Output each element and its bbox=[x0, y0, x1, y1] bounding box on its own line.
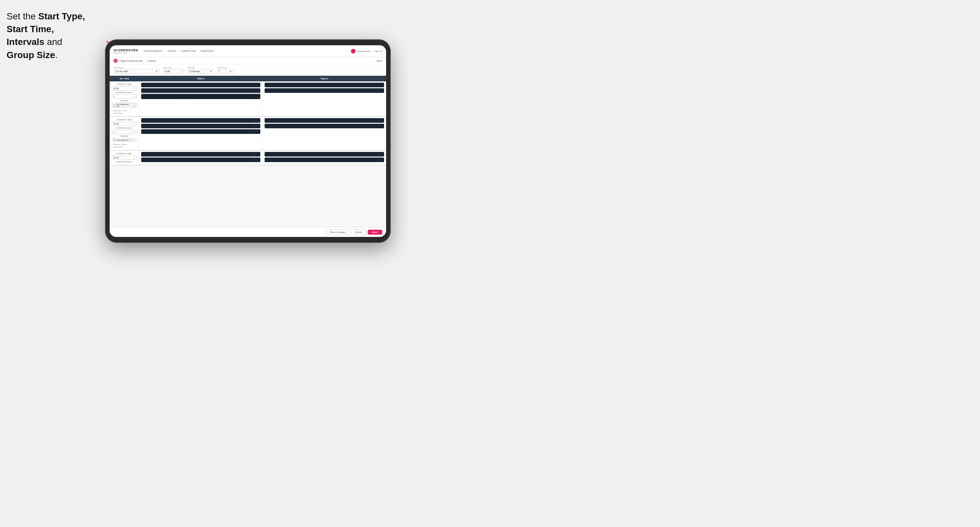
player-edit-icon[interactable]: ○ bbox=[381, 153, 382, 156]
player-row: ✕ ○ bbox=[265, 118, 384, 123]
player-row: ✕ ○ bbox=[265, 152, 384, 157]
player-edit-icon[interactable]: ○ bbox=[257, 153, 258, 156]
player-x-icon[interactable]: ✕ bbox=[254, 119, 256, 122]
player-edit-icon[interactable]: ○ bbox=[257, 130, 258, 133]
player-x-icon[interactable]: ✕ bbox=[254, 159, 256, 161]
start-time-input[interactable]: 10:00 ⏱ bbox=[163, 69, 184, 73]
nav-teams[interactable]: TEAMS bbox=[167, 49, 176, 53]
navigation-bar: SCOREBOARD Powered by clippd TOURNAMENTS… bbox=[110, 45, 386, 57]
add-group-btn-1[interactable]: + Add Group bbox=[111, 112, 137, 114]
starting-time-label-2: STARTING TIME: bbox=[111, 119, 137, 121]
player-row: ✕ ○ bbox=[141, 157, 260, 162]
nav-committee[interactable]: COMMITTEE bbox=[181, 49, 196, 53]
player-x-icon[interactable]: ✕ bbox=[254, 153, 256, 156]
clippd-logo: C bbox=[114, 59, 118, 63]
player-edit-icon[interactable]: ○ bbox=[257, 84, 258, 86]
logo-sub: Powered by clippd bbox=[114, 52, 138, 54]
player-edit-icon[interactable]: ○ bbox=[257, 125, 258, 127]
schedule-table: Tee Time Team 1 Team 2 STARTING TIME: 10… bbox=[110, 76, 386, 227]
clock-icon: ⏱ bbox=[181, 70, 183, 73]
player-x-icon[interactable]: ✕ bbox=[377, 153, 380, 156]
user-email: blair@clippd.io bbox=[358, 50, 370, 52]
add-group-btn-2[interactable]: + Add Group bbox=[111, 146, 137, 148]
bottom-bar: Reset Changes Cancel Save bbox=[110, 227, 386, 237]
start-type-select[interactable]: 1st Tee Start Shotgun bbox=[114, 69, 159, 73]
player-row: ✕ ○ bbox=[141, 83, 260, 87]
reset-button[interactable]: Reset Changes bbox=[326, 229, 349, 235]
player-edit-icon[interactable]: ○ bbox=[381, 159, 382, 161]
team1-col-3: ✕ ○ ✕ ○ bbox=[139, 151, 262, 165]
table-header: Tee Time Team 1 Team 2 bbox=[110, 76, 386, 81]
player-x-icon[interactable]: ✕ bbox=[377, 84, 380, 86]
time-clock-icon-1: ⏱ bbox=[133, 87, 135, 90]
group-size-select[interactable]: 2 3 4 bbox=[217, 69, 234, 73]
group-size-group: Group Size 2 3 4 bbox=[217, 67, 234, 73]
player-row: ✕ ○ bbox=[265, 88, 384, 93]
player-x-icon[interactable]: ✕ bbox=[254, 89, 256, 92]
header-tee-time: Tee Time bbox=[110, 76, 139, 81]
back-button[interactable]: Back bbox=[375, 60, 382, 62]
player-edit-icon[interactable]: ○ bbox=[257, 95, 258, 98]
tablet-device: SCOREBOARD Powered by clippd TOURNAMENTS… bbox=[105, 40, 391, 243]
starting-hole-select-1[interactable]: 1 ▲▼ bbox=[111, 95, 137, 99]
course-tag-1: 🏌 (A) Peachtree GC ✕ bbox=[111, 103, 137, 108]
player-edit-icon[interactable]: ○ bbox=[381, 125, 382, 127]
player-edit-icon[interactable]: ○ bbox=[381, 119, 382, 122]
player-row: ✕ ○ bbox=[141, 88, 260, 93]
player-row: ✕ ○ bbox=[141, 129, 260, 134]
tee-group-1: STARTING TIME: 10:00 ⏱ STARTING HOLE: 1 … bbox=[110, 81, 386, 117]
remove-group-btn-1[interactable]: ○ Remove Group bbox=[111, 110, 137, 111]
remove-course-2[interactable]: ✕ bbox=[130, 139, 132, 141]
tablet-screen: SCOREBOARD Powered by clippd TOURNAMENTS… bbox=[110, 45, 386, 237]
intervals-group: Intervals 10 Minutes 8 Minutes 12 Minute… bbox=[188, 67, 214, 73]
save-button[interactable]: Save bbox=[368, 230, 382, 235]
player-x-icon[interactable]: ✕ bbox=[254, 130, 256, 133]
player-x-icon[interactable]: ✕ bbox=[377, 159, 380, 161]
tee-group-2: STARTING TIME: 10:10 ⏱ STARTING HOLE: 1 … bbox=[110, 117, 386, 151]
player-edit-icon[interactable]: ○ bbox=[257, 159, 258, 161]
intervals-select[interactable]: 10 Minutes 8 Minutes 12 Minutes bbox=[188, 69, 214, 73]
player-x-icon[interactable]: ✕ bbox=[253, 95, 255, 98]
player-edit-icon[interactable]: ○ bbox=[381, 84, 382, 86]
team2-col-2: ✕ ○ ✕ ○ bbox=[262, 117, 386, 150]
tee-actions-1: ○ Remove Group + Add Group bbox=[111, 110, 137, 114]
user-avatar bbox=[351, 49, 356, 54]
player-row: ✕ ○ bbox=[141, 152, 260, 157]
starting-time-label-1: STARTING TIME: bbox=[111, 83, 137, 85]
player-row: ✕ ○ bbox=[141, 94, 260, 99]
player-x-icon[interactable]: ✕ bbox=[377, 119, 380, 122]
starting-time-input-2[interactable]: 10:10 ⏱ bbox=[111, 122, 137, 126]
breadcrumb-text: Clippd Invitational (Me) › Hosting bbox=[119, 60, 375, 62]
nav-tournaments[interactable]: TOURNAMENTS bbox=[143, 49, 163, 53]
remove-group-btn-2[interactable]: ○ Remove Group bbox=[111, 143, 137, 145]
player-row: ✕ ○ bbox=[141, 118, 260, 123]
player-x-icon[interactable]: ✕ bbox=[254, 84, 256, 86]
nav-rankings[interactable]: RANKINGS bbox=[201, 49, 215, 53]
remove-course-1[interactable]: ✕ bbox=[134, 104, 135, 106]
start-time-group: Start Time 10:00 ⏱ bbox=[163, 67, 184, 73]
course-tag-2: 🏌 East Lake GC ✕ bbox=[111, 138, 137, 142]
starting-time-input-1[interactable]: 10:00 ⏱ bbox=[111, 86, 137, 90]
player-edit-icon[interactable]: ○ bbox=[257, 119, 258, 122]
sign-out-link[interactable]: Sign out bbox=[375, 50, 382, 52]
player-x-icon[interactable]: ✕ bbox=[254, 125, 256, 127]
player-edit-icon[interactable]: ○ bbox=[257, 90, 258, 92]
course-wrap-1: 🏌 (A) Peachtree GC ✕ bbox=[111, 103, 137, 108]
player-x-icon[interactable]: ✕ bbox=[377, 125, 380, 127]
tee-time-col-2: STARTING TIME: 10:10 ⏱ STARTING HOLE: 1 … bbox=[110, 117, 139, 150]
player-x-icon[interactable]: ✕ bbox=[377, 89, 380, 92]
starting-hole-select-2[interactable]: 1 ▲▼ bbox=[111, 130, 137, 134]
time-clock-icon-3: ⏱ bbox=[133, 157, 135, 159]
group-size-label: Group Size bbox=[217, 67, 234, 68]
tee-time-col-3: STARTING TIME: 10:20 ⏱ STARTING HOLE: bbox=[110, 151, 139, 165]
cancel-button[interactable]: Cancel bbox=[351, 229, 366, 235]
course-icon-2: 🏌 bbox=[113, 139, 116, 141]
starting-time-input-3[interactable]: 10:20 ⏱ bbox=[111, 156, 137, 160]
tee-time-col-1: STARTING TIME: 10:00 ⏱ STARTING HOLE: 1 … bbox=[110, 81, 139, 116]
player-edit-icon[interactable]: ○ bbox=[381, 90, 382, 92]
logo-text: SCOREBOARD bbox=[114, 49, 138, 52]
team1-col-2: ✕ ○ ✕ ○ ✕ ○ bbox=[139, 117, 262, 150]
nav-right: blair@clippd.io | Sign out bbox=[351, 49, 382, 54]
header-team2: Team 2 bbox=[262, 76, 386, 81]
header-team1: Team 1 bbox=[139, 76, 262, 81]
